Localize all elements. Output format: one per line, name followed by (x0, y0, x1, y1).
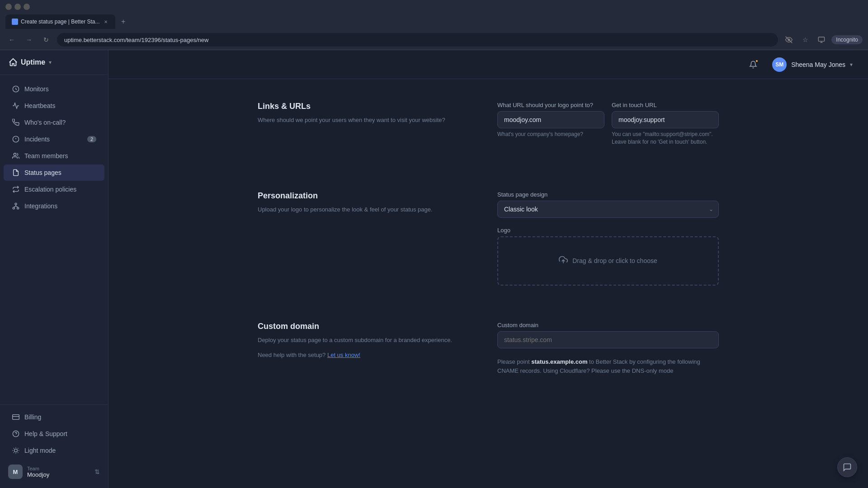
sidebar-label-monitors: Monitors (24, 85, 49, 93)
sidebar-label-integrations: Integrations (24, 202, 57, 210)
tab-bar: Create status page | Better Sta... ✕ + (0, 14, 868, 30)
custom-domain-right: Custom domain Please point status.exampl… (488, 313, 728, 394)
sidebar-nav: Monitors Heartbeats Who's on-call? (0, 75, 108, 404)
sidebar-team[interactable]: M Team Moodjoy ⇅ (0, 459, 108, 484)
svg-line-15 (16, 206, 18, 207)
profile-btn[interactable] (815, 33, 828, 46)
incident-icon (12, 135, 20, 143)
sidebar-item-status-pages[interactable]: Status pages (4, 164, 104, 181)
contact-url-input[interactable] (612, 111, 719, 128)
user-name: Sheena May Jones (791, 61, 845, 68)
svg-rect-16 (13, 415, 19, 420)
logo-upload-area[interactable]: Drag & drop or click to choose (497, 236, 719, 286)
contact-url-group: Get in touch URL You can use "mailto:sup… (612, 102, 719, 146)
app-layout: Uptime ▾ Monitors Heartbeats (0, 50, 868, 488)
personalization-left: Personalization Upload your logo to pers… (249, 182, 488, 313)
sidebar-item-light-mode[interactable]: Light mode (4, 442, 104, 459)
upload-icon (559, 255, 568, 267)
integrations-icon (12, 202, 20, 210)
sidebar-item-whos-on-call[interactable]: Who's on-call? (4, 114, 104, 131)
sidebar-item-escalation-policies[interactable]: Escalation policies (4, 181, 104, 197)
sidebar-label-incidents: Incidents (24, 136, 50, 143)
win-minimize-btn[interactable] (14, 4, 21, 10)
sidebar-header: Uptime ▾ (0, 50, 108, 75)
svg-point-12 (13, 207, 14, 209)
back-btn[interactable]: ← (5, 33, 18, 46)
status-icon (12, 169, 20, 177)
sidebar-label-escalation-policies: Escalation policies (24, 186, 76, 193)
sidebar-item-monitors[interactable]: Monitors (4, 81, 104, 97)
url-input[interactable] (57, 33, 778, 47)
content-area: Links & URLs Where should we point your … (108, 79, 868, 488)
billing-icon (12, 413, 20, 421)
svg-point-14 (17, 207, 19, 209)
sidebar-item-team-members[interactable]: Team members (4, 148, 104, 164)
sidebar-label-heartbeats: Heartbeats (24, 102, 55, 109)
sidebar-label-status-pages: Status pages (24, 169, 61, 176)
links-urls-right: What URL should your logo point to? What… (488, 93, 728, 182)
team-name: Moodjoy (27, 471, 90, 478)
forward-btn[interactable]: → (23, 33, 35, 46)
custom-domain-setup-text: Need help with the setup? Let us know! (258, 351, 470, 360)
sidebar-item-integrations[interactable]: Integrations (4, 198, 104, 214)
links-form-row: What URL should your logo point to? What… (497, 102, 719, 155)
setup-link[interactable]: Let us know! (327, 352, 360, 358)
team-info: Team Moodjoy (27, 466, 90, 478)
logo-symbol (8, 57, 18, 67)
user-menu[interactable]: SM Sheena May Jones ▾ (768, 55, 857, 75)
team-expand-icon: ⇅ (94, 468, 100, 475)
sidebar-label-help-support: Help & Support (24, 430, 67, 437)
sidebar-label-whos-on-call: Who's on-call? (24, 119, 66, 126)
personalization-right: Status page design Classic look Modern l… (488, 182, 728, 313)
notif-dot (755, 59, 759, 63)
bookmark-btn[interactable]: ☆ (799, 33, 811, 46)
notifications-btn[interactable] (746, 57, 760, 72)
chat-widget[interactable] (837, 457, 857, 477)
sidebar-item-incidents[interactable]: Incidents 2 (4, 131, 104, 147)
active-tab[interactable]: Create status page | Better Sta... ✕ (5, 14, 115, 29)
svg-line-13 (14, 206, 16, 207)
tab-close-btn[interactable]: ✕ (103, 19, 109, 25)
sidebar-label-billing: Billing (24, 413, 41, 421)
sidebar-item-help-support[interactable]: Help & Support (4, 426, 104, 442)
new-tab-btn[interactable]: + (117, 15, 130, 28)
setup-question: Need help with the setup? (258, 352, 326, 358)
svg-line-28 (18, 448, 18, 449)
design-select[interactable]: Classic look Modern look Minimal (497, 201, 719, 218)
custom-domain-input[interactable] (497, 331, 719, 348)
logo[interactable]: Uptime ▾ (8, 57, 52, 67)
svg-line-23 (14, 448, 14, 449)
logo-label: Logo (497, 227, 719, 234)
logo-url-hint: What's your company's homepage? (497, 131, 604, 138)
logo-caret: ▾ (49, 59, 52, 66)
reload-btn[interactable]: ↻ (40, 33, 52, 46)
tab-title: Create status page | Better Sta... (21, 19, 100, 25)
help-icon (12, 430, 20, 438)
dns-domain: status.example.com (531, 358, 587, 365)
logo-group: Logo Drag & drop or click to choose (497, 227, 719, 286)
titlebar (0, 0, 868, 14)
logo-url-input[interactable] (497, 111, 604, 128)
team-icon (12, 152, 20, 160)
hide-extensions-btn[interactable] (783, 33, 795, 46)
team-avatar: M (8, 465, 23, 479)
sidebar-item-heartbeats[interactable]: Heartbeats (4, 98, 104, 114)
personalization-desc: Upload your logo to personalize the look… (258, 205, 470, 214)
win-close-btn[interactable] (5, 4, 12, 10)
window-controls (5, 4, 30, 10)
win-maximize-btn[interactable] (24, 4, 30, 10)
contact-url-hint: You can use "mailto:support@stripe.com".… (612, 131, 719, 146)
sidebar-item-billing[interactable]: Billing (4, 409, 104, 425)
dns-info: Please point status.example.com to Bette… (497, 357, 719, 376)
main-content: SM Sheena May Jones ▾ Links & URLs Where… (108, 50, 868, 488)
svg-rect-2 (819, 37, 825, 41)
links-urls-title: Links & URLs (258, 102, 470, 111)
design-select-wrapper: Classic look Modern look Minimal ⌄ (497, 201, 719, 218)
logo-url-group: What URL should your logo point to? What… (497, 102, 604, 146)
design-group: Status page design Classic look Modern l… (497, 191, 719, 218)
custom-domain-group: Custom domain (497, 322, 719, 348)
contact-url-label: Get in touch URL (612, 102, 719, 108)
links-urls-left: Links & URLs Where should we point your … (249, 93, 488, 182)
custom-domain-title: Custom domain (258, 322, 470, 331)
custom-domain-desc: Deploy your status page to a custom subd… (258, 336, 470, 345)
